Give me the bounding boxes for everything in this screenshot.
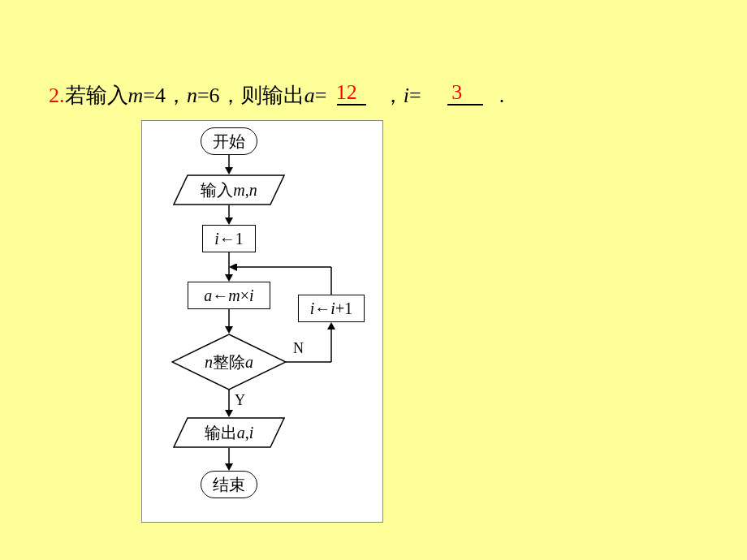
end-node: 结束 xyxy=(201,471,257,498)
flowchart-container: 开始 输入m,n输入m,n i←1 xyxy=(141,120,383,523)
arrow-output-end xyxy=(223,448,235,471)
svg-marker-15 xyxy=(229,264,237,271)
n-val: =6，则输出 xyxy=(197,84,304,107)
arrow-dec-no xyxy=(286,308,343,364)
decision-label: n整除a xyxy=(205,351,253,373)
output-label: 输出a,i xyxy=(205,422,254,444)
underline-a xyxy=(337,102,366,106)
eq1: = xyxy=(315,84,327,107)
start-node: 开始 xyxy=(201,127,257,155)
init-node: i←1 xyxy=(202,225,256,252)
output-label-wrap: 输出a,i xyxy=(173,417,285,448)
arrow-calc-dec xyxy=(223,309,235,334)
svg-marker-4 xyxy=(225,218,233,225)
sep1: ， xyxy=(382,84,404,107)
eq2: = xyxy=(409,84,421,107)
var-m: m xyxy=(128,84,144,107)
arrow-inc-loop xyxy=(229,264,335,296)
input-label-wrap: 输入m,n输入m,n xyxy=(173,174,285,205)
yes-label: Y xyxy=(235,392,245,409)
svg-marker-20 xyxy=(225,463,233,471)
answer-a: 12 xyxy=(336,80,357,104)
init-label: i←1 xyxy=(214,230,244,248)
input-label: 输入m,n输入m,n xyxy=(201,179,257,201)
pre-text: 若输入 xyxy=(65,84,128,107)
decision-label-wrap: n整除a xyxy=(171,334,287,390)
arrow-dec-yes xyxy=(223,390,235,417)
underline-i xyxy=(447,102,483,106)
answer-i: 3 xyxy=(451,80,462,104)
var-a: a xyxy=(304,84,315,107)
svg-marker-12 xyxy=(327,322,335,330)
question-text: 2.若输入m=4，n=6，则输出a= 12 ，i= 3 . xyxy=(49,81,504,110)
svg-marker-17 xyxy=(225,410,233,417)
var-n: n xyxy=(187,84,197,107)
svg-marker-8 xyxy=(225,326,233,334)
period: . xyxy=(499,84,505,107)
question-number: 2. xyxy=(49,84,65,107)
svg-marker-1 xyxy=(225,167,233,174)
var-i: i xyxy=(404,84,409,107)
m-val: =4， xyxy=(143,84,187,107)
end-label: 结束 xyxy=(213,474,245,496)
start-label: 开始 xyxy=(213,131,245,153)
arrow-input-init xyxy=(223,205,235,225)
flowchart: 开始 输入m,n输入m,n i←1 xyxy=(142,121,382,522)
arrow-start-input xyxy=(223,155,235,174)
